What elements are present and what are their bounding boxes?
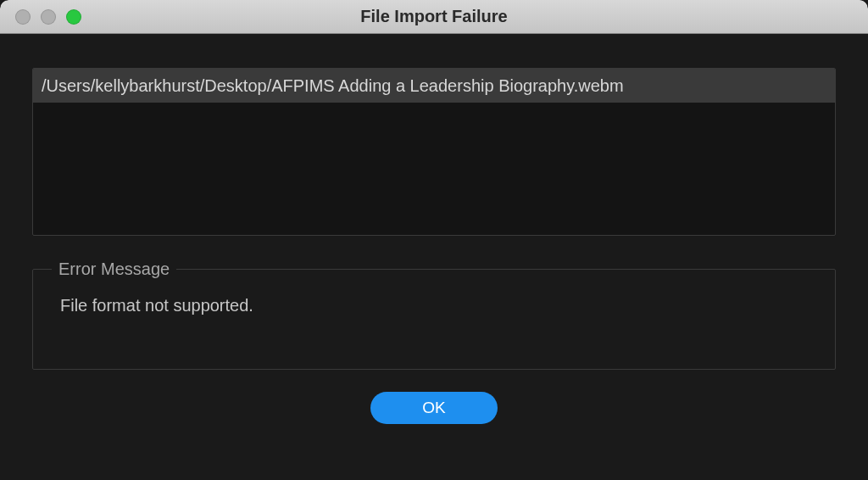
titlebar: File Import Failure (0, 0, 868, 34)
error-message-box: Error Message File format not supported. (32, 260, 836, 370)
minimize-window-button[interactable] (41, 9, 56, 25)
error-legend: Error Message (52, 260, 176, 279)
ok-button[interactable]: OK (370, 392, 498, 424)
close-window-button[interactable] (15, 9, 31, 25)
error-section: Error Message File format not supported. (32, 260, 836, 370)
file-list[interactable]: /Users/kellybarkhurst/Desktop/AFPIMS Add… (32, 68, 836, 236)
window-controls (15, 9, 81, 25)
error-text: File format not supported. (48, 296, 820, 315)
dialog-content: /Users/kellybarkhurst/Desktop/AFPIMS Add… (0, 34, 868, 441)
file-list-item[interactable]: /Users/kellybarkhurst/Desktop/AFPIMS Add… (33, 69, 835, 103)
button-row: OK (32, 392, 836, 424)
window-title: File Import Failure (0, 7, 868, 26)
maximize-window-button[interactable] (66, 9, 81, 25)
